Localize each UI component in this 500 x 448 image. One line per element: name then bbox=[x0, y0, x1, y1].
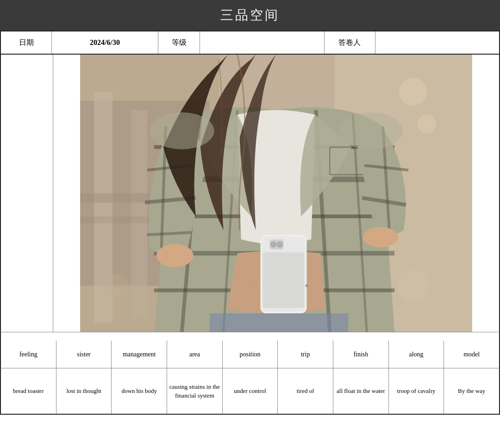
phrases-row: bread toaster lost in thought down his b… bbox=[0, 368, 500, 415]
svg-point-43 bbox=[397, 269, 429, 302]
svg-point-38 bbox=[338, 112, 403, 149]
phrase-cell-tired-of: tired of bbox=[278, 368, 333, 414]
svg-rect-33 bbox=[263, 252, 305, 308]
phrase-cell-lost-in-thought: lost in thought bbox=[56, 368, 112, 414]
meta-row: 日期 2024/6/30 等级 答卷人 bbox=[0, 31, 500, 55]
respondent-label: 答卷人 bbox=[325, 31, 375, 54]
date-label: 日期 bbox=[1, 31, 52, 54]
word-cell-trip: trip bbox=[278, 341, 333, 368]
word-cell-area: area bbox=[167, 341, 223, 368]
phrase-cell-by-the-way: By the way bbox=[444, 368, 499, 414]
words-row: feeling sister management area position … bbox=[0, 341, 500, 368]
respondent-value bbox=[375, 31, 500, 54]
svg-point-42 bbox=[106, 274, 129, 297]
svg-rect-39 bbox=[210, 313, 349, 332]
svg-point-31 bbox=[270, 241, 277, 248]
svg-point-34 bbox=[254, 279, 258, 283]
phrase-cell-down-his-body: down his body bbox=[112, 368, 167, 414]
word-cell-along: along bbox=[389, 341, 444, 368]
svg-point-41 bbox=[418, 115, 436, 133]
grade-label: 等级 bbox=[158, 31, 200, 54]
word-cell-sister: sister bbox=[56, 341, 112, 368]
word-cell-finish: finish bbox=[333, 341, 389, 368]
divider-row bbox=[0, 332, 500, 341]
svg-point-27 bbox=[363, 227, 398, 247]
phrase-cell-causing-strains: causing strains in the financial system bbox=[167, 368, 223, 414]
page-title: 三品空间 bbox=[0, 0, 500, 31]
image-section bbox=[0, 55, 500, 332]
word-cell-feeling: feeling bbox=[1, 341, 56, 368]
image-side-cell bbox=[1, 55, 53, 332]
svg-point-36 bbox=[305, 284, 308, 287]
word-cell-management: management bbox=[112, 341, 167, 368]
word-cell-position: position bbox=[223, 341, 278, 368]
grade-value bbox=[200, 31, 325, 54]
svg-point-35 bbox=[310, 275, 313, 278]
svg-rect-4 bbox=[131, 110, 147, 318]
date-value: 2024/6/30 bbox=[52, 31, 158, 54]
svg-point-40 bbox=[399, 78, 427, 106]
phrase-cell-under-control: under control bbox=[223, 368, 278, 414]
word-cell-model: model bbox=[444, 341, 499, 368]
svg-point-32 bbox=[276, 241, 283, 248]
phrase-cell-all-float: all float in the water bbox=[333, 368, 389, 414]
svg-point-26 bbox=[156, 244, 194, 267]
photo-illustration bbox=[53, 55, 499, 332]
phrase-cell-bread-toaster: bread toaster bbox=[1, 368, 56, 414]
phrase-cell-troop-cavalry: troop of cavalry bbox=[389, 368, 444, 414]
svg-point-37 bbox=[150, 112, 214, 149]
image-container bbox=[53, 55, 499, 332]
